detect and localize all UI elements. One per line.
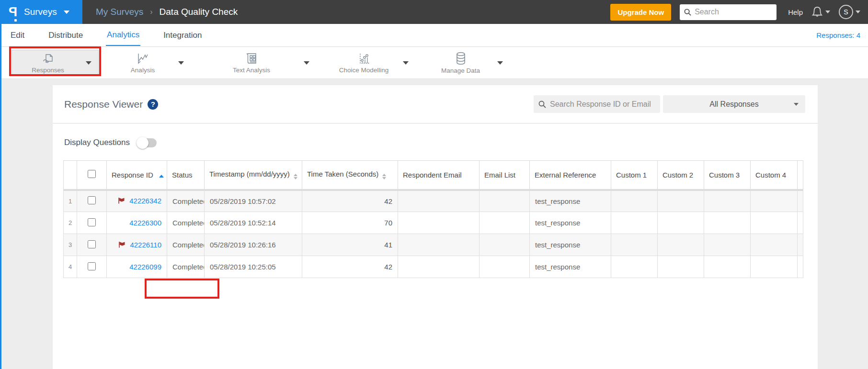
table-row: 3 42226110 Completed 05/28/2019 10:26:16… <box>64 234 803 256</box>
chevron-down-icon[interactable] <box>304 61 309 65</box>
row-number: 1 <box>64 190 77 212</box>
breadcrumb-my-surveys[interactable]: My Surveys <box>96 7 143 17</box>
spacer-cell <box>798 190 803 212</box>
custom-4-cell <box>751 234 798 256</box>
row-checkbox[interactable] <box>88 196 96 204</box>
custom-4-cell <box>751 256 798 278</box>
table-row: 4 42226099 Completed 05/28/2019 10:25:05… <box>64 256 803 278</box>
left-edge-accent <box>0 24 1 369</box>
account-menu[interactable]: S <box>839 5 860 19</box>
select-all-checkbox[interactable] <box>88 170 96 178</box>
header-row-number <box>64 161 77 190</box>
row-number: 4 <box>64 256 77 278</box>
row-checkbox[interactable] <box>88 240 96 248</box>
help-icon[interactable]: ? <box>148 99 158 110</box>
header-email-list: Email List <box>480 161 530 190</box>
header-time-taken[interactable]: Time Taken (Seconds) <box>302 161 398 190</box>
custom-3-cell <box>704 256 751 278</box>
display-questions-toggle[interactable] <box>137 138 157 147</box>
respondent-email-cell <box>398 256 480 278</box>
breadcrumb-separator-icon: › <box>150 8 152 16</box>
response-id-cell[interactable]: 42226300 <box>107 212 167 234</box>
time-taken-cell: 42 <box>302 190 398 212</box>
notifications-menu[interactable] <box>811 6 830 18</box>
response-search-input[interactable] <box>550 100 653 109</box>
response-search[interactable] <box>534 95 660 113</box>
scatter-chart-icon <box>357 52 371 65</box>
product-label: Surveys <box>24 7 57 17</box>
row-select-cell[interactable] <box>77 234 107 256</box>
status-cell: Completed <box>167 212 205 234</box>
response-id-cell[interactable]: 42226110 <box>107 234 167 256</box>
global-search-input[interactable] <box>695 8 766 16</box>
row-checkbox[interactable] <box>88 262 96 270</box>
response-id-link[interactable]: 42226099 <box>129 263 161 271</box>
toolbar-item-manage-data[interactable]: Manage Data <box>426 50 510 76</box>
analytics-toolbar: Responses Analysis <box>0 46 868 79</box>
tab-integration[interactable]: Integration <box>162 25 203 45</box>
chevron-down-icon[interactable] <box>86 61 91 65</box>
timestamp-cell: 05/28/2019 10:52:14 <box>205 212 302 234</box>
chevron-down-icon <box>64 11 69 14</box>
page-title: Response Viewer <box>64 99 143 110</box>
row-checkbox[interactable] <box>88 218 96 226</box>
email-list-cell <box>480 234 530 256</box>
toolbar-item-choice-modelling[interactable]: Choice Modelling <box>327 50 415 76</box>
header-custom-1: Custom 1 <box>611 161 658 190</box>
avatar: S <box>839 5 853 19</box>
chevron-down-icon[interactable] <box>403 61 409 65</box>
external-reference-cell: test_response <box>530 234 611 256</box>
sort-asc-icon <box>159 175 164 178</box>
breadcrumb: My Surveys › Data Quality Check <box>96 7 238 17</box>
header-custom-4: Custom 4 <box>751 161 798 190</box>
tab-analytics[interactable]: Analytics <box>106 25 140 46</box>
header-select-all[interactable] <box>77 161 107 190</box>
response-id-link[interactable]: 42226110 <box>130 241 161 249</box>
newspaper-icon <box>245 52 258 65</box>
table-row: 1 42226342 Completed 05/28/2019 10:57:02… <box>64 190 803 212</box>
tab-edit[interactable]: Edit <box>10 25 25 45</box>
header-response-id[interactable]: Response ID <box>107 161 167 190</box>
header-custom-2: Custom 2 <box>658 161 704 190</box>
spacer-cell <box>798 212 803 234</box>
chevron-down-icon[interactable] <box>497 61 503 65</box>
external-reference-cell: test_response <box>530 256 611 278</box>
respondent-email-cell <box>398 234 480 256</box>
response-id-link[interactable]: 42226300 <box>129 219 161 227</box>
header-timestamp[interactable]: Timestamp (mm/dd/yyyy) <box>205 161 302 190</box>
help-link[interactable]: Help <box>788 8 803 16</box>
panel-header: Response Viewer ? All Responses <box>53 85 818 123</box>
response-id-cell[interactable]: 42226099 <box>107 256 167 278</box>
sort-icon <box>382 174 386 179</box>
database-icon <box>454 51 468 66</box>
upgrade-now-button[interactable]: Upgrade Now <box>610 4 671 21</box>
custom-2-cell <box>658 190 704 212</box>
custom-1-cell <box>611 256 658 278</box>
row-select-cell[interactable] <box>77 212 107 234</box>
row-select-cell[interactable] <box>77 256 107 278</box>
header-external-reference: External Reference <box>530 161 611 190</box>
row-number: 3 <box>64 234 77 256</box>
search-icon <box>538 101 546 108</box>
document-hand-icon <box>41 52 55 65</box>
product-switcher[interactable]: P Surveys <box>0 0 82 24</box>
search-icon <box>684 9 691 16</box>
tab-distribute[interactable]: Distribute <box>47 25 84 45</box>
toolbar-item-responses[interactable]: Responses <box>11 50 99 76</box>
email-list-cell <box>480 256 530 278</box>
row-select-cell[interactable] <box>77 190 107 212</box>
response-filter-dropdown[interactable]: All Responses <box>663 95 805 113</box>
custom-3-cell <box>704 190 751 212</box>
custom-1-cell <box>611 212 658 234</box>
response-id-cell[interactable]: 42226342 <box>107 190 167 212</box>
response-id-link[interactable]: 42226342 <box>129 197 161 205</box>
status-cell: Completed <box>167 234 205 256</box>
toolbar-item-text-analysis[interactable]: Text Analysis <box>201 50 316 76</box>
chevron-down-icon[interactable] <box>178 61 184 65</box>
time-taken-cell: 41 <box>302 234 398 256</box>
global-search[interactable] <box>680 4 777 20</box>
toolbar-item-analysis[interactable]: Analysis <box>109 50 191 76</box>
external-reference-cell: test_response <box>530 190 611 212</box>
table-header-row: Response ID Status Timestamp (mm/dd/yyyy… <box>64 161 803 190</box>
breadcrumb-current: Data Quality Check <box>160 7 238 17</box>
